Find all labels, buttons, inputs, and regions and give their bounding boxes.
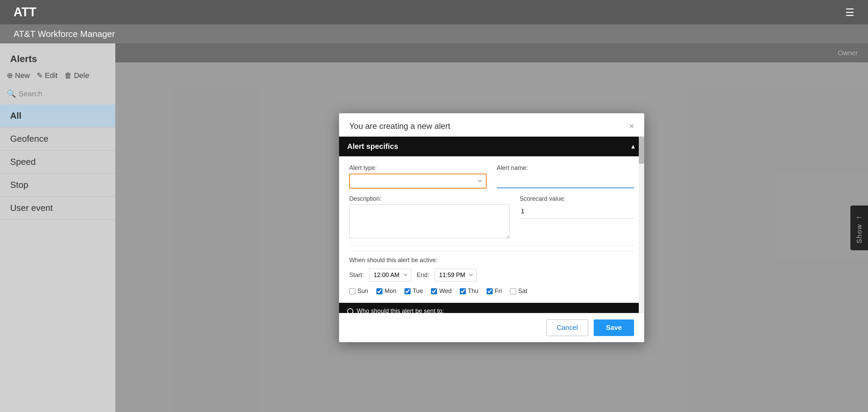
app-subheader: AT&T Workforce Manager xyxy=(0,24,868,43)
tue-label: Tue xyxy=(413,288,423,295)
day-mon[interactable]: Mon xyxy=(376,288,396,295)
dialog-overlay: You are creating a new alert × Alert spe… xyxy=(115,43,868,412)
active-section: When should this alert be active: Start:… xyxy=(349,257,634,295)
sidebar-items: All Geofence Speed Stop User event xyxy=(0,104,115,220)
day-sat[interactable]: Sat xyxy=(510,288,527,295)
plus-circle-icon: ⊕ xyxy=(7,71,13,80)
active-label: When should this alert be active: xyxy=(349,257,634,264)
description-input[interactable] xyxy=(349,204,510,238)
bottom-hint-text: Who should this alert be sent to: xyxy=(357,308,444,313)
wed-label: Wed xyxy=(439,288,452,295)
dialog-close-button[interactable]: × xyxy=(629,122,634,130)
app-title: ATT xyxy=(14,5,36,19)
description-group: Description: xyxy=(349,195,510,238)
sidebar-section-title: Alerts xyxy=(0,50,115,71)
sidebar-item-geofence[interactable]: Geofence xyxy=(0,127,115,151)
section-scroll-up-button[interactable]: ▲ xyxy=(630,143,636,150)
alert-type-group: Alert type: Geofence Speed Stop User eve… xyxy=(349,164,487,189)
divider-2 xyxy=(349,251,634,251)
end-time-select[interactable]: 11:59 PM 12:00 AM 12:30 AM 1:00 AM xyxy=(435,269,477,281)
scorecard-group: Scorecard value: xyxy=(520,195,634,219)
cancel-button[interactable]: Cancel xyxy=(546,319,588,336)
app-subheader-title: AT&T Workforce Manager xyxy=(14,29,115,39)
alert-name-input[interactable] xyxy=(497,174,634,188)
divider-1 xyxy=(349,245,634,246)
start-label: Start: xyxy=(349,272,364,279)
alert-type-label: Alert type: xyxy=(349,164,487,172)
alert-name-group: Alert name: xyxy=(497,164,634,188)
days-row: Sun Mon Tue xyxy=(349,288,634,295)
main-area: Owner ← Show You are creating a new aler… xyxy=(115,43,868,412)
radio-icon xyxy=(347,308,353,313)
day-tue[interactable]: Tue xyxy=(405,288,423,295)
day-wed[interactable]: Wed xyxy=(431,288,452,295)
form-row-1: Alert type: Geofence Speed Stop User eve… xyxy=(349,164,634,189)
edit-icon: ✎ xyxy=(37,71,43,80)
wed-checkbox[interactable] xyxy=(431,288,437,294)
search-icon: 🔍 xyxy=(7,90,16,98)
sidebar-item-stop[interactable]: Stop xyxy=(0,174,115,197)
sun-checkbox[interactable] xyxy=(349,288,355,294)
thu-label: Thu xyxy=(468,288,478,295)
tue-checkbox[interactable] xyxy=(405,288,411,294)
app-header: ATT ☰ xyxy=(0,0,868,24)
fri-label: Fri xyxy=(495,288,502,295)
app-content: Alerts ⊕ New ✎ Edit 🗑 Dele 🔍 Search xyxy=(0,43,868,412)
dialog-footer: Cancel Save xyxy=(339,313,644,342)
edit-button[interactable]: ✎ Edit xyxy=(37,71,58,80)
sidebar-item-all[interactable]: All xyxy=(0,104,115,127)
description-label: Description: xyxy=(349,195,510,202)
app-background: ATT ☰ AT&T Workforce Manager Alerts ⊕ Ne… xyxy=(0,0,868,412)
scrollbar-thumb[interactable] xyxy=(639,137,644,164)
mon-label: Mon xyxy=(384,288,396,295)
save-button[interactable]: Save xyxy=(594,319,634,336)
hamburger-icon[interactable]: ☰ xyxy=(845,6,854,18)
delete-button[interactable]: 🗑 Dele xyxy=(64,71,89,80)
start-time-select[interactable]: 12:00 AM 12:30 AM 1:00 AM 11:59 PM xyxy=(369,269,411,281)
day-fri[interactable]: Fri xyxy=(487,288,502,295)
dialog-header: You are creating a new alert × xyxy=(339,113,644,137)
sun-label: Sun xyxy=(357,288,368,295)
dialog-title: You are creating a new alert xyxy=(349,121,450,131)
section-header: Alert specifics ▲ xyxy=(339,137,644,156)
scorecard-input[interactable] xyxy=(520,204,634,219)
new-button[interactable]: ⊕ New xyxy=(7,71,30,80)
alert-name-label: Alert name: xyxy=(497,164,634,172)
sidebar: Alerts ⊕ New ✎ Edit 🗑 Dele 🔍 Search xyxy=(0,43,115,412)
form-area: Alert type: Geofence Speed Stop User eve… xyxy=(339,156,644,303)
sidebar-item-speed[interactable]: Speed xyxy=(0,151,115,174)
fri-checkbox[interactable] xyxy=(487,288,493,294)
day-sun[interactable]: Sun xyxy=(349,288,368,295)
day-thu[interactable]: Thu xyxy=(460,288,478,295)
sat-checkbox[interactable] xyxy=(510,288,516,294)
sidebar-toolbar: ⊕ New ✎ Edit 🗑 Dele xyxy=(0,71,115,87)
alert-type-select[interactable]: Geofence Speed Stop User event xyxy=(349,174,487,189)
section-title: Alert specifics xyxy=(347,142,398,151)
form-row-2: Description: Scorecard value: xyxy=(349,195,634,238)
scrollbar-track xyxy=(639,137,644,313)
bottom-bar-hint: Who should this alert be sent to: xyxy=(339,303,644,313)
trash-icon: 🗑 xyxy=(64,71,72,80)
scorecard-label: Scorecard value: xyxy=(520,195,634,202)
search-placeholder: Search xyxy=(19,90,42,98)
delete-label: Dele xyxy=(74,71,89,80)
new-label: New xyxy=(15,71,30,80)
time-row: Start: 12:00 AM 12:30 AM 1:00 AM 11:59 P… xyxy=(349,269,634,281)
edit-label: Edit xyxy=(45,71,58,80)
mon-checkbox[interactable] xyxy=(376,288,382,294)
thu-checkbox[interactable] xyxy=(460,288,466,294)
sidebar-item-user-event[interactable]: User event xyxy=(0,197,115,220)
search-bar: 🔍 Search xyxy=(0,87,115,101)
end-label: End: xyxy=(417,272,429,279)
sat-label: Sat xyxy=(518,288,527,295)
dialog-body[interactable]: Alert specifics ▲ Alert type: xyxy=(339,137,644,313)
dialog: You are creating a new alert × Alert spe… xyxy=(339,113,644,342)
